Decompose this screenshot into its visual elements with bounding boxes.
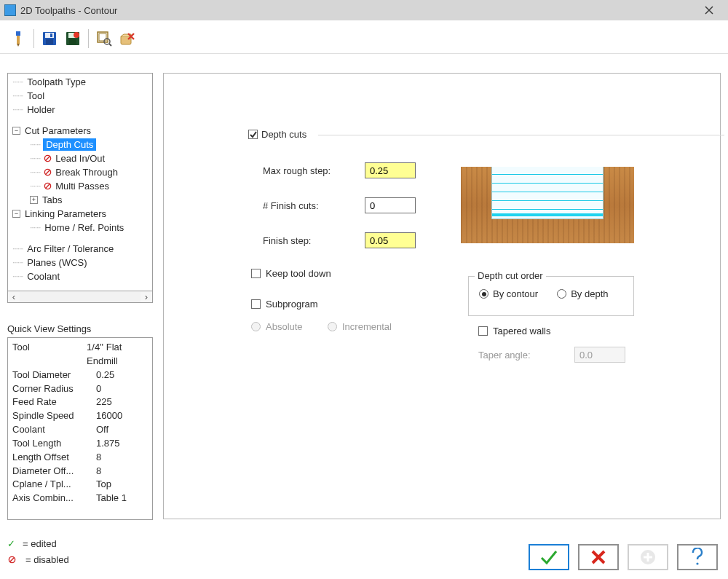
tree-item[interactable]: ········Arc Filter / Tolerance <box>8 242 152 256</box>
save-special-icon[interactable] <box>62 28 84 50</box>
delete-icon[interactable] <box>116 28 138 50</box>
app-icon <box>4 4 16 16</box>
tree-toggle[interactable]: + <box>30 196 38 204</box>
depth-cut-order-group: Depth cut order By contour By depth <box>468 276 634 316</box>
window-title: 2D Toolpaths - Contour <box>20 5 117 16</box>
by-contour-radio[interactable] <box>479 289 488 299</box>
taper-angle-input <box>574 347 625 363</box>
taper-angle-label: Taper angle: <box>478 350 569 361</box>
svg-line-20 <box>45 184 50 189</box>
tree-item[interactable]: ········Coolant <box>8 269 152 283</box>
tree-item[interactable]: ········Multi Passes <box>8 179 152 193</box>
svg-line-22 <box>9 557 14 562</box>
svg-rect-4 <box>45 33 54 38</box>
disabled-text: = disabled <box>25 554 69 565</box>
finish-step-input[interactable] <box>365 232 416 248</box>
edited-text: = edited <box>23 538 57 549</box>
finish-cuts-input[interactable] <box>365 197 416 213</box>
quickview-title: Quick View Settings <box>7 323 153 334</box>
svg-point-10 <box>74 32 79 38</box>
depth-cuts-label: Depth cuts <box>261 129 306 140</box>
tree-item[interactable]: ········Holder <box>8 103 152 117</box>
tapered-walls-checkbox[interactable] <box>478 326 488 336</box>
quickview-row: Spindle Speed16000 <box>12 409 148 423</box>
svg-line-16 <box>45 157 50 161</box>
svg-rect-5 <box>46 39 53 44</box>
by-contour-label: By contour <box>493 288 538 299</box>
help-button[interactable] <box>677 544 718 570</box>
quickview-row: Tool Length1.875 <box>12 437 148 451</box>
tree-item[interactable]: +Tabs <box>8 193 152 207</box>
absolute-label: Absolute <box>266 321 303 332</box>
svg-rect-0 <box>16 31 20 36</box>
tree-item[interactable]: ········Tool <box>8 89 152 103</box>
quickview-row: Tool Diameter0.25 <box>12 369 148 382</box>
quickview-box: Tool1/4'' Flat EndmillTool Diameter0.25C… <box>7 337 153 520</box>
svg-line-18 <box>45 170 50 175</box>
titlebar: 2D Toolpaths - Contour <box>0 0 728 20</box>
edit-state-legend: ✓= edited = disabled <box>7 535 69 567</box>
svg-rect-6 <box>50 34 52 37</box>
edited-icon: ✓ <box>7 538 15 549</box>
tree-toggle[interactable]: − <box>12 210 20 218</box>
tree-item[interactable]: ········Home / Ref. Points <box>8 221 152 235</box>
keep-tool-down-label: Keep tool down <box>266 268 331 279</box>
svg-marker-2 <box>17 44 20 47</box>
incremental-radio <box>328 322 337 331</box>
tool-icon[interactable] <box>7 28 29 50</box>
ok-button[interactable] <box>529 544 569 570</box>
svg-rect-9 <box>69 39 76 44</box>
tree-item[interactable]: ········Depth Cuts <box>8 138 152 151</box>
tree-hscroll[interactable]: ‹› <box>7 291 153 303</box>
tree-item[interactable]: ········Toolpath Type <box>8 75 152 89</box>
tree-item[interactable]: −Linking Parameters <box>8 207 152 221</box>
subprogram-checkbox[interactable] <box>251 299 261 309</box>
add-button <box>628 544 668 570</box>
quickview-row: Tool1/4'' Flat Endmill <box>12 341 148 369</box>
absolute-radio <box>251 322 261 331</box>
quickview-row: Axis Combin...Table 1 <box>12 492 148 505</box>
incremental-label: Incremental <box>342 321 392 332</box>
svg-point-24 <box>696 562 698 564</box>
dialog-buttons <box>529 544 718 570</box>
preview-icon[interactable] <box>93 28 115 50</box>
quickview-row: Corner Radius0 <box>12 382 148 396</box>
tree-view[interactable]: ········Toolpath Type········Tool·······… <box>7 73 153 291</box>
tree-item[interactable]: ········Lead In/Out <box>8 151 152 165</box>
quickview-row: Cplane / Tpl...Top <box>12 478 148 492</box>
depth-cut-preview <box>461 167 634 243</box>
finish-cuts-label: # Finish cuts: <box>263 200 365 211</box>
max-rough-input[interactable] <box>365 162 416 178</box>
tapered-walls-label: Tapered walls <box>493 326 551 336</box>
keep-tool-down-checkbox[interactable] <box>251 269 261 278</box>
max-rough-label: Max rough step: <box>263 165 365 176</box>
subprogram-label: Subprogram <box>266 299 318 310</box>
quickview-row: Feed Rate225 <box>12 395 148 409</box>
tree-item[interactable]: ········Planes (WCS) <box>8 256 152 269</box>
tree-toggle[interactable]: − <box>12 127 20 135</box>
content-panel: Depth cuts Max rough step: # Finish cuts… <box>163 73 721 519</box>
quickview-row: Length Offset8 <box>12 451 148 465</box>
close-button[interactable] <box>695 3 724 17</box>
depth-cut-order-label: Depth cut order <box>478 270 543 281</box>
toolbar <box>0 23 728 54</box>
quickview-row: CoolantOff <box>12 423 148 437</box>
disabled-icon <box>7 555 16 564</box>
by-depth-label: By depth <box>571 288 608 299</box>
depth-cuts-checkbox[interactable] <box>248 130 258 139</box>
save-icon[interactable] <box>39 28 60 50</box>
svg-rect-1 <box>17 36 20 44</box>
finish-step-label: Finish step: <box>263 235 365 246</box>
tree-item[interactable]: −Cut Parameters <box>8 124 152 138</box>
cancel-button[interactable] <box>578 544 619 570</box>
quickview-row: Diameter Off...8 <box>12 465 148 478</box>
svg-point-13 <box>104 39 110 44</box>
tree-item[interactable]: ········Break Through <box>8 165 152 179</box>
svg-line-14 <box>109 44 111 46</box>
by-depth-radio[interactable] <box>557 289 566 299</box>
